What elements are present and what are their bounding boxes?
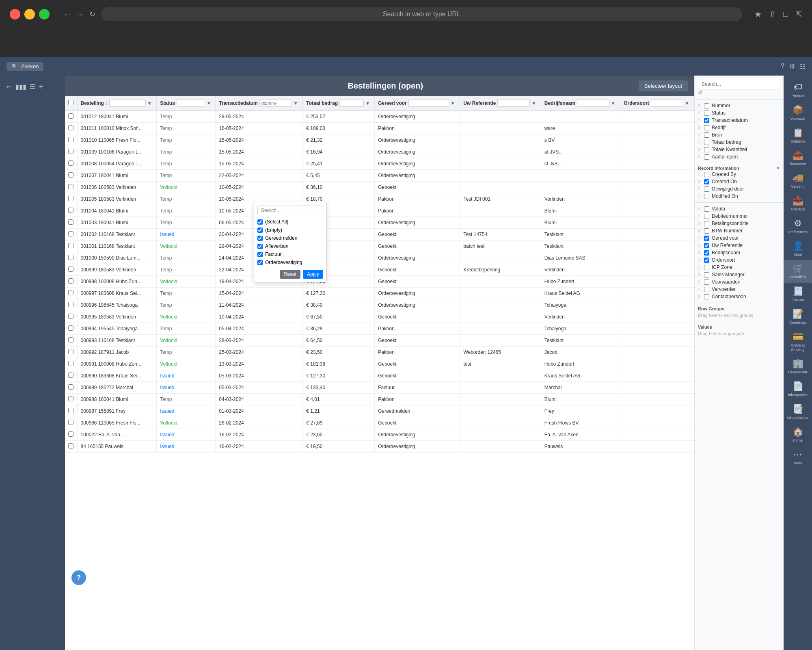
record-info-checkbox[interactable] xyxy=(704,194,709,199)
more-item-checkbox[interactable] xyxy=(704,287,709,292)
select-all-header[interactable] xyxy=(65,96,77,110)
more-item[interactable]: ⠿ BTW Nummer xyxy=(698,227,780,234)
row-checkbox[interactable] xyxy=(68,431,73,437)
column-item[interactable]: ⠿ Bedrijf xyxy=(698,124,780,131)
more-item-checkbox[interactable] xyxy=(704,294,709,299)
table-row[interactable]: 100022 Fa. A. van...Issued16-02-2024€ 23… xyxy=(65,429,694,441)
column-item[interactable]: ⠿ Nummer xyxy=(698,102,780,109)
record-info-toggle[interactable]: ▼ xyxy=(776,166,780,171)
more-item[interactable]: ⠿ Vervoerder xyxy=(698,286,780,293)
table-row[interactable]: 001003 180041 BlumiTemp06-05-2024€ 0,00O… xyxy=(65,217,694,229)
record-info-item[interactable]: ⠿ Created By xyxy=(698,171,780,178)
bookmark-icon[interactable]: ★ xyxy=(754,9,762,19)
table-row[interactable]: 84 165155 PauwelsIssued16-02-2024€ 19,50… xyxy=(65,441,694,453)
table-row[interactable]: 000998 100008 Hubo Zun...Voltooid19-04-2… xyxy=(65,276,694,288)
far-right-item-factuur[interactable]: 🧾 Factuur xyxy=(784,283,812,306)
reset-button[interactable]: Reset xyxy=(280,270,300,279)
more-item[interactable]: ⠿ Valuta xyxy=(698,205,780,212)
row-checkbox[interactable] xyxy=(68,420,73,425)
gereed-filter-icon[interactable]: ▼ xyxy=(451,101,455,106)
right-refresh-icon[interactable]: ↺ xyxy=(698,89,702,95)
row-checkbox[interactable] xyxy=(68,361,73,366)
column-item[interactable]: ⠿ Status xyxy=(698,109,780,117)
more-item-checkbox[interactable] xyxy=(704,221,709,226)
list-icon[interactable]: ☰ xyxy=(30,83,35,91)
help-button[interactable]: ? xyxy=(71,570,86,585)
column-checkbox[interactable] xyxy=(704,140,709,145)
row-checkbox[interactable] xyxy=(68,384,73,390)
share-icon[interactable]: ⇧ xyxy=(769,9,776,19)
table-row[interactable]: 001004 180041 BlumiTemp10-05-2024€ 0,00P… xyxy=(65,205,694,217)
more-item-checkbox[interactable] xyxy=(704,265,709,270)
more-item[interactable]: ⠿ Sales Manager xyxy=(698,271,780,278)
sort-icon[interactable]: ↓ xyxy=(106,101,108,106)
filter-icon[interactable]: ▼ xyxy=(147,101,152,106)
ordersoort-filter-icon[interactable]: ▼ xyxy=(685,101,689,106)
more-item-checkbox[interactable] xyxy=(704,250,709,256)
table-row[interactable]: 001000 150590 Dias Lem...Temp24-04-2024€… xyxy=(65,252,694,264)
row-checkbox[interactable] xyxy=(68,396,73,401)
row-checkbox[interactable] xyxy=(68,125,73,130)
column-checkbox[interactable] xyxy=(704,103,709,108)
table-row[interactable]: 000997 183608 Kraus Sei...Temp15-04-2024… xyxy=(65,288,694,299)
status-filter[interactable] xyxy=(177,100,205,107)
help-icon[interactable]: ? xyxy=(781,63,784,70)
more-item-checkbox[interactable] xyxy=(704,228,709,234)
filter-select-all[interactable]: (Select All) xyxy=(257,218,323,226)
far-right-item-leverancier[interactable]: 🏢 Leverancier xyxy=(784,355,812,378)
record-info-checkbox[interactable] xyxy=(704,172,709,177)
ordersoort-filter[interactable] xyxy=(651,100,683,107)
apply-button[interactable]: Apply xyxy=(303,270,323,279)
table-row[interactable]: 000989 185272 MarchalIssued05-03-2024€ 1… xyxy=(65,382,694,394)
more-item-checkbox[interactable] xyxy=(704,280,709,285)
sidebar-back-button[interactable]: ← xyxy=(5,82,12,91)
search-box[interactable]: 🔍 Zoeken xyxy=(6,62,43,71)
row-checkbox[interactable] xyxy=(68,243,73,248)
more-item[interactable]: ⠿ Debiteurnummer xyxy=(698,212,780,220)
column-item[interactable]: ⠿ Aantal open xyxy=(698,153,780,160)
far-right-item-columns[interactable]: 📋 Columns xyxy=(784,124,812,147)
datum-filter[interactable] xyxy=(259,100,292,107)
table-row[interactable]: 001011 100010 Minox Sof...Temp16-05-2024… xyxy=(65,123,694,134)
column-checkbox[interactable] xyxy=(704,118,709,123)
row-checkbox[interactable] xyxy=(68,278,73,284)
far-right-item-meer[interactable]: ⋯ Meer xyxy=(784,446,812,469)
far-right-item-creditnota[interactable]: 📝 Creditnota xyxy=(784,306,812,328)
table-row[interactable]: 001012 180041 BlumiTemp29-05-2024€ 253,5… xyxy=(65,110,694,123)
totaal-filter[interactable] xyxy=(339,100,364,107)
filter-orderbevestiging[interactable]: Orderbevestiging xyxy=(257,258,323,266)
filter-empty[interactable]: (Empty) xyxy=(257,226,323,234)
bedrijfsnaam-filter[interactable] xyxy=(577,100,609,107)
status-filter-icon[interactable]: ▼ xyxy=(207,101,211,106)
far-right-item-reserveer[interactable]: 📤 Reserveer xyxy=(784,147,812,169)
table-row[interactable]: 000993 110168 TestklantVoltooid28-03-202… xyxy=(65,335,694,347)
row-checkbox[interactable] xyxy=(68,337,73,342)
empty-filter-checkbox[interactable] xyxy=(257,228,263,233)
far-right-item-ontvang betaling[interactable]: 💳 Ontvang Betaling xyxy=(784,328,812,355)
table-row[interactable]: 001001 110168 TestklantVoltooid29-04-202… xyxy=(65,240,694,252)
traffic-green[interactable] xyxy=(39,9,50,20)
referentie-filter[interactable] xyxy=(497,100,530,107)
table-row[interactable]: 001005 180583 VerlindenTemp10-05-2024€ 1… xyxy=(65,193,694,205)
more-item-checkbox[interactable] xyxy=(704,236,709,241)
column-checkbox[interactable] xyxy=(704,147,709,152)
table-row[interactable]: 000992 187911 JacobTemp25-03-2024€ 23,50… xyxy=(65,347,694,358)
table-row[interactable]: 001009 100106 Paragon t...Temp15-05-2024… xyxy=(65,146,694,158)
table-row[interactable]: 000990 183608 Kraus Sei...Issued05-03-20… xyxy=(65,370,694,382)
far-right-item-klant[interactable]: 👤 Klant xyxy=(784,238,812,260)
more-item[interactable]: ⠿ ICP Zone xyxy=(698,264,780,271)
afleverbon-checkbox[interactable] xyxy=(257,244,263,249)
row-checkbox[interactable] xyxy=(68,172,73,178)
column-checkbox[interactable] xyxy=(704,132,709,138)
more-item-checkbox[interactable] xyxy=(704,258,709,263)
row-checkbox[interactable] xyxy=(68,160,73,166)
far-right-item-home[interactable]: 🏠 Home xyxy=(784,423,812,446)
column-checkbox[interactable] xyxy=(704,154,709,160)
far-right-item-bestelling[interactable]: 🛒 Bestelling xyxy=(784,260,812,283)
more-item[interactable]: ⠿ Voorwaarden xyxy=(698,278,780,286)
row-checkbox[interactable] xyxy=(68,255,73,260)
traffic-yellow[interactable] xyxy=(24,9,35,20)
more-item[interactable]: ⠿ Uw Referentie xyxy=(698,242,780,249)
row-checkbox[interactable] xyxy=(68,208,73,213)
table-row[interactable]: 000987 155891 FreyIssued01-03-2024€ 1,21… xyxy=(65,405,694,417)
